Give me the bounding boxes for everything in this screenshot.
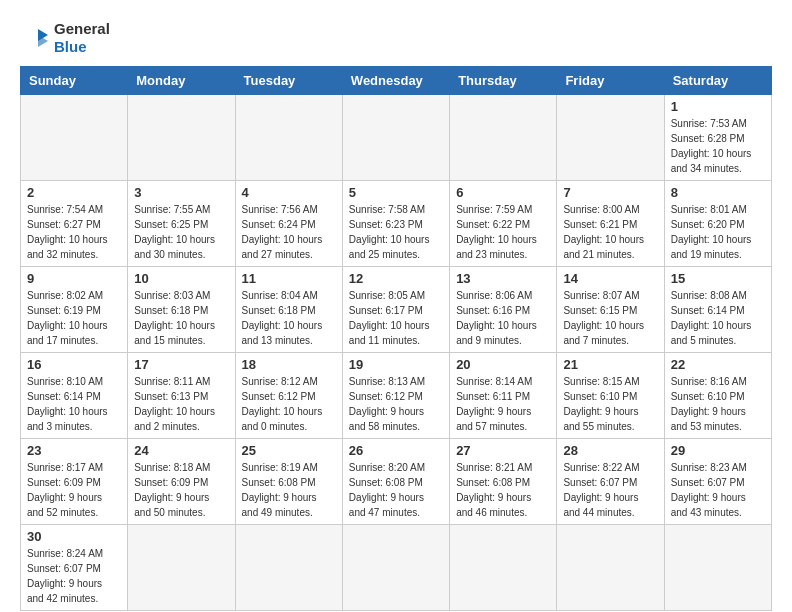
day-info: Sunrise: 8:11 AM Sunset: 6:13 PM Dayligh… bbox=[134, 374, 228, 434]
calendar-cell bbox=[235, 95, 342, 181]
calendar-cell: 11Sunrise: 8:04 AM Sunset: 6:18 PM Dayli… bbox=[235, 267, 342, 353]
day-number: 5 bbox=[349, 185, 443, 200]
weekday-header-friday: Friday bbox=[557, 67, 664, 95]
day-number: 28 bbox=[563, 443, 657, 458]
day-number: 10 bbox=[134, 271, 228, 286]
weekday-header-saturday: Saturday bbox=[664, 67, 771, 95]
calendar-cell bbox=[21, 95, 128, 181]
calendar-cell bbox=[557, 95, 664, 181]
calendar-cell bbox=[557, 525, 664, 611]
logo-line2: Blue bbox=[54, 38, 110, 56]
page-header: General Blue bbox=[20, 20, 772, 56]
calendar-cell: 7Sunrise: 8:00 AM Sunset: 6:21 PM Daylig… bbox=[557, 181, 664, 267]
day-number: 25 bbox=[242, 443, 336, 458]
calendar-cell: 15Sunrise: 8:08 AM Sunset: 6:14 PM Dayli… bbox=[664, 267, 771, 353]
calendar-cell bbox=[342, 95, 449, 181]
day-info: Sunrise: 8:15 AM Sunset: 6:10 PM Dayligh… bbox=[563, 374, 657, 434]
day-number: 16 bbox=[27, 357, 121, 372]
day-number: 19 bbox=[349, 357, 443, 372]
calendar-cell: 19Sunrise: 8:13 AM Sunset: 6:12 PM Dayli… bbox=[342, 353, 449, 439]
calendar-cell bbox=[450, 525, 557, 611]
calendar-cell bbox=[235, 525, 342, 611]
calendar-cell: 1Sunrise: 7:53 AM Sunset: 6:28 PM Daylig… bbox=[664, 95, 771, 181]
calendar-cell: 24Sunrise: 8:18 AM Sunset: 6:09 PM Dayli… bbox=[128, 439, 235, 525]
calendar-cell: 2Sunrise: 7:54 AM Sunset: 6:27 PM Daylig… bbox=[21, 181, 128, 267]
calendar-week-2: 2Sunrise: 7:54 AM Sunset: 6:27 PM Daylig… bbox=[21, 181, 772, 267]
day-number: 22 bbox=[671, 357, 765, 372]
day-number: 2 bbox=[27, 185, 121, 200]
day-number: 29 bbox=[671, 443, 765, 458]
calendar-cell: 3Sunrise: 7:55 AM Sunset: 6:25 PM Daylig… bbox=[128, 181, 235, 267]
day-number: 11 bbox=[242, 271, 336, 286]
weekday-header-wednesday: Wednesday bbox=[342, 67, 449, 95]
day-number: 1 bbox=[671, 99, 765, 114]
day-info: Sunrise: 8:21 AM Sunset: 6:08 PM Dayligh… bbox=[456, 460, 550, 520]
weekday-header-thursday: Thursday bbox=[450, 67, 557, 95]
calendar-week-3: 9Sunrise: 8:02 AM Sunset: 6:19 PM Daylig… bbox=[21, 267, 772, 353]
day-info: Sunrise: 8:03 AM Sunset: 6:18 PM Dayligh… bbox=[134, 288, 228, 348]
calendar-cell bbox=[128, 95, 235, 181]
day-info: Sunrise: 8:12 AM Sunset: 6:12 PM Dayligh… bbox=[242, 374, 336, 434]
calendar-cell bbox=[664, 525, 771, 611]
calendar-cell: 10Sunrise: 8:03 AM Sunset: 6:18 PM Dayli… bbox=[128, 267, 235, 353]
day-number: 15 bbox=[671, 271, 765, 286]
calendar-cell: 26Sunrise: 8:20 AM Sunset: 6:08 PM Dayli… bbox=[342, 439, 449, 525]
calendar-cell: 18Sunrise: 8:12 AM Sunset: 6:12 PM Dayli… bbox=[235, 353, 342, 439]
weekday-header-tuesday: Tuesday bbox=[235, 67, 342, 95]
calendar-cell: 8Sunrise: 8:01 AM Sunset: 6:20 PM Daylig… bbox=[664, 181, 771, 267]
calendar-cell: 27Sunrise: 8:21 AM Sunset: 6:08 PM Dayli… bbox=[450, 439, 557, 525]
calendar-cell: 6Sunrise: 7:59 AM Sunset: 6:22 PM Daylig… bbox=[450, 181, 557, 267]
day-number: 7 bbox=[563, 185, 657, 200]
day-number: 9 bbox=[27, 271, 121, 286]
logo-icon bbox=[20, 23, 50, 53]
calendar-cell bbox=[450, 95, 557, 181]
day-info: Sunrise: 8:18 AM Sunset: 6:09 PM Dayligh… bbox=[134, 460, 228, 520]
calendar-cell: 13Sunrise: 8:06 AM Sunset: 6:16 PM Dayli… bbox=[450, 267, 557, 353]
day-info: Sunrise: 8:23 AM Sunset: 6:07 PM Dayligh… bbox=[671, 460, 765, 520]
calendar-cell: 30Sunrise: 8:24 AM Sunset: 6:07 PM Dayli… bbox=[21, 525, 128, 611]
logo-text: General Blue bbox=[54, 20, 110, 56]
day-info: Sunrise: 8:00 AM Sunset: 6:21 PM Dayligh… bbox=[563, 202, 657, 262]
calendar-week-5: 23Sunrise: 8:17 AM Sunset: 6:09 PM Dayli… bbox=[21, 439, 772, 525]
logo: General Blue bbox=[20, 20, 110, 56]
day-info: Sunrise: 8:04 AM Sunset: 6:18 PM Dayligh… bbox=[242, 288, 336, 348]
day-info: Sunrise: 7:59 AM Sunset: 6:22 PM Dayligh… bbox=[456, 202, 550, 262]
day-info: Sunrise: 7:54 AM Sunset: 6:27 PM Dayligh… bbox=[27, 202, 121, 262]
day-info: Sunrise: 8:24 AM Sunset: 6:07 PM Dayligh… bbox=[27, 546, 121, 606]
day-info: Sunrise: 8:07 AM Sunset: 6:15 PM Dayligh… bbox=[563, 288, 657, 348]
day-number: 21 bbox=[563, 357, 657, 372]
day-info: Sunrise: 8:20 AM Sunset: 6:08 PM Dayligh… bbox=[349, 460, 443, 520]
day-info: Sunrise: 7:53 AM Sunset: 6:28 PM Dayligh… bbox=[671, 116, 765, 176]
calendar-cell: 16Sunrise: 8:10 AM Sunset: 6:14 PM Dayli… bbox=[21, 353, 128, 439]
calendar-cell: 9Sunrise: 8:02 AM Sunset: 6:19 PM Daylig… bbox=[21, 267, 128, 353]
day-number: 20 bbox=[456, 357, 550, 372]
calendar-week-6: 30Sunrise: 8:24 AM Sunset: 6:07 PM Dayli… bbox=[21, 525, 772, 611]
calendar-cell: 17Sunrise: 8:11 AM Sunset: 6:13 PM Dayli… bbox=[128, 353, 235, 439]
calendar-cell: 4Sunrise: 7:56 AM Sunset: 6:24 PM Daylig… bbox=[235, 181, 342, 267]
calendar-cell: 21Sunrise: 8:15 AM Sunset: 6:10 PM Dayli… bbox=[557, 353, 664, 439]
calendar-cell: 5Sunrise: 7:58 AM Sunset: 6:23 PM Daylig… bbox=[342, 181, 449, 267]
weekday-header-row: SundayMondayTuesdayWednesdayThursdayFrid… bbox=[21, 67, 772, 95]
day-number: 4 bbox=[242, 185, 336, 200]
weekday-header-sunday: Sunday bbox=[21, 67, 128, 95]
calendar-cell bbox=[342, 525, 449, 611]
weekday-header-monday: Monday bbox=[128, 67, 235, 95]
day-number: 8 bbox=[671, 185, 765, 200]
calendar-cell: 22Sunrise: 8:16 AM Sunset: 6:10 PM Dayli… bbox=[664, 353, 771, 439]
day-number: 6 bbox=[456, 185, 550, 200]
logo-container: General Blue bbox=[20, 20, 110, 56]
calendar-week-1: 1Sunrise: 7:53 AM Sunset: 6:28 PM Daylig… bbox=[21, 95, 772, 181]
calendar-table: SundayMondayTuesdayWednesdayThursdayFrid… bbox=[20, 66, 772, 611]
day-number: 14 bbox=[563, 271, 657, 286]
day-number: 24 bbox=[134, 443, 228, 458]
calendar-cell: 20Sunrise: 8:14 AM Sunset: 6:11 PM Dayli… bbox=[450, 353, 557, 439]
day-number: 30 bbox=[27, 529, 121, 544]
day-info: Sunrise: 8:19 AM Sunset: 6:08 PM Dayligh… bbox=[242, 460, 336, 520]
day-number: 23 bbox=[27, 443, 121, 458]
day-number: 3 bbox=[134, 185, 228, 200]
day-info: Sunrise: 8:16 AM Sunset: 6:10 PM Dayligh… bbox=[671, 374, 765, 434]
day-info: Sunrise: 8:22 AM Sunset: 6:07 PM Dayligh… bbox=[563, 460, 657, 520]
day-info: Sunrise: 8:13 AM Sunset: 6:12 PM Dayligh… bbox=[349, 374, 443, 434]
day-info: Sunrise: 7:55 AM Sunset: 6:25 PM Dayligh… bbox=[134, 202, 228, 262]
day-number: 18 bbox=[242, 357, 336, 372]
